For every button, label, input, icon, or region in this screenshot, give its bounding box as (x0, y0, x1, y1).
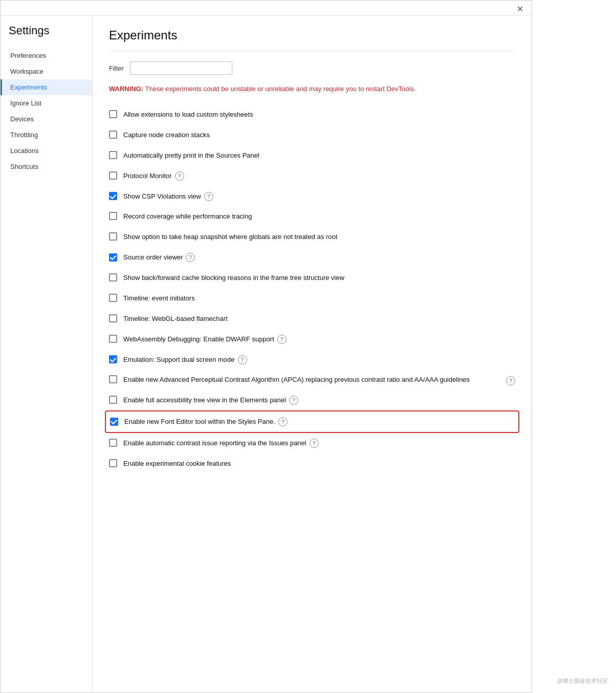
sidebar-item-preferences[interactable]: Preferences (1, 48, 92, 63)
checkbox-apca[interactable] (109, 375, 117, 385)
exp-label-text-pretty-print: Automatically pretty print in the Source… (123, 151, 259, 159)
exp-label-back-forward-cache: Show back/forward cache blocking reasons… (123, 273, 515, 283)
checkbox-experimental-cookie[interactable] (109, 459, 117, 469)
help-icon-font-editor[interactable]: ? (278, 417, 288, 426)
sidebar-item-devices[interactable]: Devices (1, 111, 92, 127)
settings-window: ✕ Settings PreferencesWorkspaceExperimen… (0, 0, 532, 693)
sidebar: Settings PreferencesWorkspaceExperiments… (1, 16, 93, 692)
checkbox-source-order-viewer[interactable] (109, 253, 117, 262)
exp-label-capture-node-stacks: Capture node creation stacks (123, 130, 515, 140)
exp-label-source-order-viewer: Source order viewer? (123, 252, 515, 263)
help-icon-contrast-reporting[interactable]: ? (310, 439, 319, 448)
checkbox-timeline-event-initiators[interactable] (109, 294, 117, 304)
exp-label-text-capture-node-stacks: Capture node creation stacks (123, 131, 210, 139)
exp-label-webassembly-dwarf: WebAssembly Debugging: Enable DWARF supp… (123, 334, 515, 344)
exp-label-text-font-editor: Enable new Font Editor tool within the S… (124, 418, 275, 425)
experiment-row-capture-node-stacks: Capture node creation stacks (109, 125, 515, 145)
warning-box: WARNING: These experiments could be unst… (109, 84, 515, 94)
exp-label-accessibility-tree: Enable full accessibility tree view in t… (123, 395, 515, 405)
title-bar: ✕ (1, 1, 532, 16)
checkbox-contrast-reporting[interactable] (109, 439, 117, 448)
checkbox-record-coverage[interactable] (109, 212, 117, 222)
sidebar-item-experiments[interactable]: Experiments (1, 79, 92, 95)
checkbox-heap-snapshot[interactable] (109, 232, 117, 242)
exp-label-text-back-forward-cache: Show back/forward cache blocking reasons… (123, 274, 344, 281)
sidebar-items: PreferencesWorkspaceExperimentsIgnore Li… (1, 48, 92, 175)
experiment-row-emulation-dual-screen: Emulation: Support dual screen mode? (109, 350, 515, 370)
checkbox-pretty-print[interactable] (109, 151, 117, 161)
exp-label-experimental-cookie: Enable experimental cookie features (123, 459, 515, 469)
sidebar-item-locations[interactable]: Locations (1, 143, 92, 159)
exp-label-text-record-coverage: Record coverage while performance tracin… (123, 212, 252, 220)
content-area: Settings PreferencesWorkspaceExperiments… (1, 16, 532, 692)
checkbox-capture-node-stacks[interactable] (109, 131, 117, 140)
filter-input[interactable] (130, 61, 232, 75)
exp-label-timeline-webgl: Timeline: WebGL-based flamechart (123, 314, 515, 324)
page-title: Experiments (109, 28, 515, 42)
experiment-row-timeline-event-initiators: Timeline: event initiators (109, 288, 515, 309)
experiment-row-source-order-viewer: Source order viewer? (109, 247, 515, 268)
help-icon-csp-violations[interactable]: ? (204, 192, 213, 201)
sidebar-item-workspace[interactable]: Workspace (1, 63, 92, 79)
exp-label-apca: Enable new Advanced Perceptual Contrast … (123, 375, 515, 385)
exp-label-pretty-print: Automatically pretty print in the Source… (123, 150, 515, 161)
checkbox-font-editor[interactable] (110, 417, 118, 426)
experiment-row-back-forward-cache: Show back/forward cache blocking reasons… (109, 268, 515, 288)
experiment-row-allow-extensions-stylesheets: Allow extensions to load custom styleshe… (109, 104, 515, 125)
exp-label-font-editor: Enable new Font Editor tool within the S… (124, 417, 514, 427)
experiment-row-record-coverage: Record coverage while performance tracin… (109, 206, 515, 227)
sidebar-item-shortcuts[interactable]: Shortcuts (1, 159, 92, 175)
filter-label: Filter (109, 64, 124, 72)
exp-label-text-emulation-dual-screen: Emulation: Support dual screen mode (123, 356, 235, 363)
experiment-row-pretty-print: Automatically pretty print in the Source… (109, 145, 515, 166)
main-content: Experiments Filter WARNING: These experi… (93, 16, 532, 692)
checkbox-timeline-webgl[interactable] (109, 314, 117, 324)
exp-label-text-timeline-event-initiators: Timeline: event initiators (123, 294, 195, 302)
exp-label-timeline-event-initiators: Timeline: event initiators (123, 293, 515, 304)
help-icon-accessibility-tree[interactable]: ? (289, 396, 298, 405)
exp-label-csp-violations: Show CSP Violations view? (123, 191, 515, 202)
checkbox-csp-violations[interactable] (109, 192, 117, 201)
experiment-row-contrast-reporting: Enable automatic contrast issue reportin… (109, 433, 515, 453)
checkbox-emulation-dual-screen[interactable] (109, 355, 117, 364)
experiment-row-heap-snapshot: Show option to take heap snapshot where … (109, 227, 515, 247)
help-icon-webassembly-dwarf[interactable]: ? (277, 335, 287, 344)
experiment-row-protocol-monitor: Protocol Monitor? (109, 166, 515, 186)
experiment-row-accessibility-tree: Enable full accessibility tree view in t… (109, 390, 515, 410)
exp-label-text-contrast-reporting: Enable automatic contrast issue reportin… (123, 439, 306, 447)
exp-label-text-accessibility-tree: Enable full accessibility tree view in t… (123, 396, 286, 404)
exp-label-text-protocol-monitor: Protocol Monitor (123, 172, 172, 180)
exp-label-text-experimental-cookie: Enable experimental cookie features (123, 460, 231, 467)
sidebar-title: Settings (1, 24, 92, 48)
right-help-icon-apca[interactable]: ? (506, 376, 515, 385)
exp-label-allow-extensions-stylesheets: Allow extensions to load custom styleshe… (123, 110, 515, 120)
checkbox-protocol-monitor[interactable] (109, 171, 117, 181)
experiment-row-experimental-cookie: Enable experimental cookie features (109, 453, 515, 474)
help-icon-emulation-dual-screen[interactable]: ? (238, 355, 247, 364)
checkbox-webassembly-dwarf[interactable] (109, 335, 117, 344)
exp-label-record-coverage: Record coverage while performance tracin… (123, 211, 515, 222)
experiment-row-apca: Enable new Advanced Perceptual Contrast … (109, 370, 515, 390)
experiments-list: Allow extensions to load custom styleshe… (109, 104, 515, 474)
warning-text: These experiments could be unstable or u… (145, 85, 416, 93)
experiment-row-font-editor: Enable new Font Editor tool within the S… (105, 410, 519, 433)
help-icon-source-order-viewer[interactable]: ? (186, 253, 195, 262)
warning-prefix: WARNING: (109, 85, 143, 93)
exp-label-text-webassembly-dwarf: WebAssembly Debugging: Enable DWARF supp… (123, 335, 274, 343)
close-button[interactable]: ✕ (515, 5, 525, 13)
sidebar-item-ignore-list[interactable]: Ignore List (1, 95, 92, 111)
help-icon-protocol-monitor[interactable]: ? (175, 171, 184, 181)
checkbox-accessibility-tree[interactable] (109, 396, 117, 405)
exp-label-heap-snapshot: Show option to take heap snapshot where … (123, 232, 515, 242)
divider (109, 51, 515, 51)
exp-label-text-timeline-webgl: Timeline: WebGL-based flamechart (123, 315, 228, 322)
sidebar-item-throttling[interactable]: Throttling (1, 127, 92, 143)
checkbox-back-forward-cache[interactable] (109, 273, 117, 283)
exp-label-text-heap-snapshot: Show option to take heap snapshot where … (123, 233, 337, 241)
exp-label-text-apca: Enable new Advanced Perceptual Contrast … (123, 376, 470, 383)
exp-label-protocol-monitor: Protocol Monitor? (123, 171, 515, 181)
exp-label-emulation-dual-screen: Emulation: Support dual screen mode? (123, 355, 515, 365)
checkbox-allow-extensions-stylesheets[interactable] (109, 110, 117, 120)
exp-label-text-source-order-viewer: Source order viewer (123, 253, 183, 261)
experiment-row-timeline-webgl: Timeline: WebGL-based flamechart (109, 309, 515, 329)
